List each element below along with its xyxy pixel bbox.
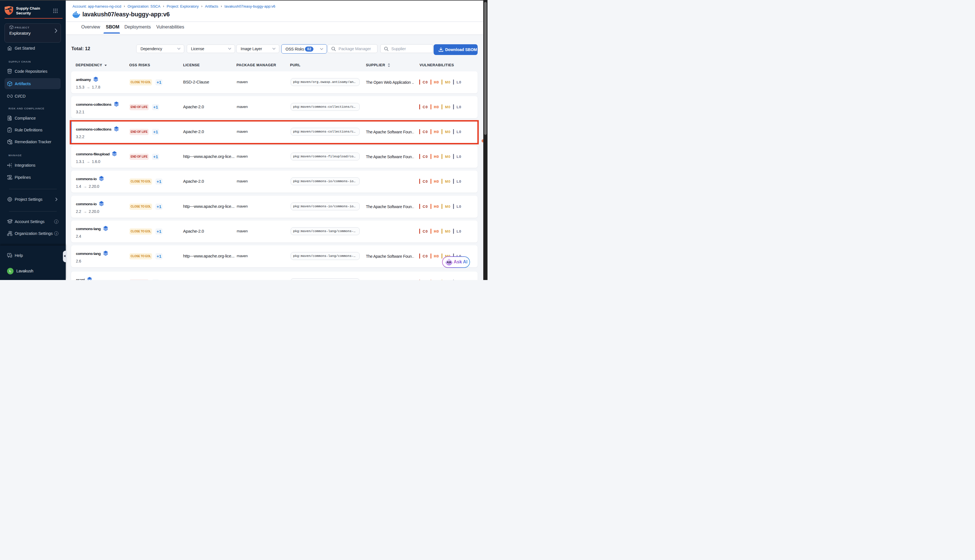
svg-text:?: ? bbox=[8, 253, 10, 256]
